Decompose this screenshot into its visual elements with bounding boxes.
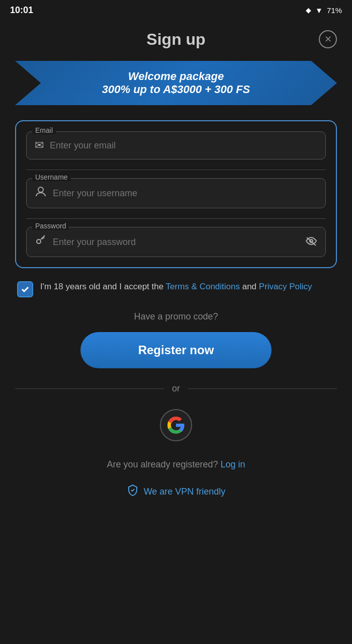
terms-text: I'm 18 years old and I accept the Terms … — [40, 280, 312, 293]
separator-1 — [26, 170, 326, 170]
terms-link[interactable]: Terms & Conditions — [166, 282, 240, 291]
banner-line2: 300% up to A$3000 + 300 FS — [40, 83, 312, 96]
vpn-row: We are VPN friendly — [15, 484, 337, 499]
username-input-row — [26, 178, 326, 208]
email-field-wrapper: Email ✉ — [26, 131, 326, 159]
status-bar: 10:01 ◆ ▼ 71% — [0, 0, 352, 20]
promo-text: Have a promo code? — [134, 311, 218, 321]
password-field-wrapper: Password — [26, 227, 326, 257]
privacy-link[interactable]: Privacy Policy — [259, 282, 312, 291]
login-link[interactable]: Log in — [221, 459, 245, 469]
close-icon: ✕ — [324, 34, 332, 45]
svg-point-1 — [37, 239, 41, 244]
username-input[interactable] — [53, 188, 317, 199]
data-signal-icon: ◆ — [306, 6, 311, 14]
battery-icon: 71% — [327, 6, 342, 15]
password-toggle-icon[interactable] — [305, 236, 317, 249]
close-button[interactable]: ✕ — [319, 30, 337, 48]
login-row: Are you already registered? Log in — [15, 459, 337, 470]
svg-point-0 — [38, 187, 43, 192]
status-time: 10:01 — [10, 5, 33, 16]
banner-line1: Welcome package — [40, 70, 312, 83]
vpn-icon — [127, 484, 139, 499]
email-input[interactable] — [50, 140, 317, 151]
or-divider: or — [15, 383, 337, 394]
email-icon: ✉ — [35, 139, 44, 152]
or-line-left — [15, 388, 164, 389]
promo-section: Have a promo code? — [15, 311, 337, 322]
vpn-text: We are VPN friendly — [144, 487, 226, 497]
email-input-row: ✉ — [26, 131, 326, 159]
or-text: or — [172, 383, 180, 394]
or-line-right — [188, 388, 337, 389]
main-container: Sign up ✕ Welcome package 300% up to A$3… — [0, 20, 352, 519]
password-icon — [35, 234, 47, 250]
status-icons: ◆ ▼ 71% — [306, 6, 342, 15]
welcome-banner: Welcome package 300% up to A$3000 + 300 … — [15, 61, 337, 105]
terms-checkbox[interactable] — [17, 281, 33, 297]
wifi-icon: ▼ — [315, 6, 323, 15]
register-button[interactable]: Register now — [80, 332, 272, 368]
password-input-row — [26, 227, 326, 257]
header: Sign up ✕ — [15, 30, 337, 49]
google-button[interactable] — [160, 409, 192, 441]
terms-checkbox-row: I'm 18 years old and I accept the Terms … — [15, 280, 337, 297]
separator-2 — [26, 218, 326, 219]
page-title: Sign up — [146, 30, 205, 49]
username-field-wrapper: Username — [26, 178, 326, 208]
username-label: Username — [32, 173, 71, 181]
username-icon — [35, 186, 47, 201]
google-button-wrapper — [15, 409, 337, 441]
email-label: Email — [32, 126, 56, 134]
form-container: Email ✉ Username — [15, 120, 337, 268]
password-input[interactable] — [53, 237, 299, 248]
password-label: Password — [32, 222, 69, 230]
